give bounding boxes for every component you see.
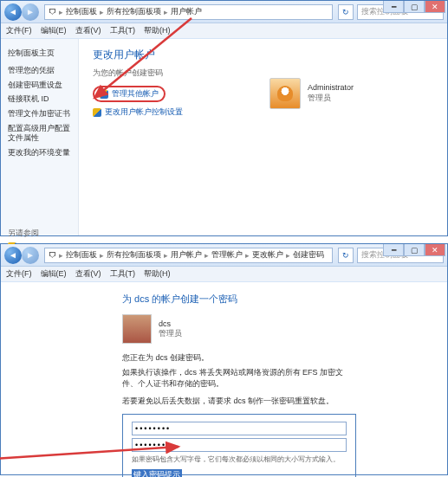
hint-placeholder-selected[interactable]: 键入密码提示 [132, 469, 182, 477]
target-user-tile: dcs 管理员 [122, 314, 447, 344]
chevron-right-icon: ▸ [283, 251, 293, 260]
back-button[interactable]: ◄ [4, 247, 22, 264]
control-panel-icon: ⛉ [49, 251, 56, 260]
menu-help[interactable]: 帮助(H) [144, 268, 171, 280]
see-also-header: 另请参阅 [8, 228, 71, 239]
menu-tools[interactable]: 工具(T) [110, 268, 136, 280]
sidebar-link[interactable]: 管理您的凭据 [8, 66, 71, 76]
breadcrumb-item[interactable]: 所有控制面板项 [107, 6, 161, 17]
note-text: 您正在为 dcs 创建密码。 [122, 352, 447, 364]
sidebar-link[interactable]: 更改我的环境变量 [8, 148, 71, 158]
case-sensitivity-note: 如果密码包含大写字母，它们每次都必须以相同的大小写方式输入。 [132, 454, 347, 464]
minimize-button[interactable]: ━ [383, 1, 404, 13]
chevron-right-icon: ▸ [161, 251, 171, 260]
chevron-right-icon: ▸ [56, 251, 66, 260]
menu-view[interactable]: 查看(V) [75, 268, 101, 280]
page-heading: 为 dcs 的帐户创建一个密码 [122, 293, 447, 306]
window-create-password: ◄ ► ⛉ ▸ 控制面板 ▸ 所有控制面板项 ▸ 用户帐户 ▸ 管理帐户 ▸ 更… [0, 243, 448, 475]
client-area: 为 dcs 的帐户创建一个密码 dcs 管理员 您正在为 dcs 创建密码。 如… [1, 282, 447, 474]
chevron-right-icon: ▸ [56, 8, 66, 16]
main-panel: 更改用户帐户 为您的帐户创建密码 管理其他帐户 更改用户帐户控制设置 Admin… [79, 39, 447, 235]
user-name: dcs [159, 319, 182, 328]
user-role: 管理员 [308, 93, 354, 104]
change-uac-settings-link[interactable]: 更改用户帐户控制设置 [93, 106, 433, 118]
menu-view[interactable]: 查看(V) [75, 25, 101, 36]
page-heading: 更改用户帐户 [93, 48, 433, 62]
menu-tools[interactable]: 工具(T) [110, 25, 136, 36]
user-info: Administrator 管理员 [308, 83, 354, 103]
shield-icon [100, 90, 108, 99]
menu-file[interactable]: 文件(F) [6, 268, 32, 280]
user-name: Administrator [308, 83, 354, 93]
client-area: 控制面板主页 管理您的凭据 创建密码重设盘 链接联机 ID 管理文件加密证书 配… [1, 39, 447, 235]
refresh-button[interactable]: ↻ [338, 4, 354, 20]
password-group: 如果密码包含大写字母，它们每次都必须以相同的大小写方式输入。 键入密码提示 所有… [122, 414, 356, 477]
refresh-button[interactable]: ↻ [338, 248, 354, 263]
menu-help[interactable]: 帮助(H) [144, 25, 171, 36]
main-panel: 为 dcs 的帐户创建一个密码 dcs 管理员 您正在为 dcs 创建密码。 如… [1, 282, 447, 474]
maximize-button[interactable]: ▢ [404, 1, 425, 13]
back-button[interactable]: ◄ [4, 3, 22, 21]
breadcrumb-item[interactable]: 用户帐户 [171, 249, 202, 261]
minimize-button[interactable]: ━ [383, 244, 404, 256]
sidebar-link[interactable]: 创建密码重设盘 [8, 81, 71, 91]
new-password-input[interactable] [132, 422, 347, 435]
chevron-right-icon: ▸ [243, 251, 252, 260]
breadcrumb-item[interactable]: 管理帐户 [211, 249, 243, 261]
chevron-right-icon: ▸ [97, 251, 107, 260]
breadcrumb[interactable]: ⛉ ▸ 控制面板 ▸ 所有控制面板项 ▸ 用户帐户 [44, 4, 333, 20]
sidebar-link[interactable]: 链接联机 ID [8, 94, 71, 105]
menubar: 文件(F) 编辑(E) 查看(V) 工具(T) 帮助(H) [1, 267, 447, 282]
window-controls: ━ ▢ ✕ [383, 1, 445, 13]
chevron-right-icon: ▸ [97, 8, 107, 16]
titlebar: ◄ ► ⛉ ▸ 控制面板 ▸ 所有控制面板项 ▸ 用户帐户 ↻ 搜索控制面板 ━… [1, 1, 447, 23]
window-user-accounts: ◄ ► ⛉ ▸ 控制面板 ▸ 所有控制面板项 ▸ 用户帐户 ↻ 搜索控制面板 ━… [0, 0, 448, 236]
sidebar-link[interactable]: 管理文件加密证书 [8, 109, 71, 119]
close-button[interactable]: ✕ [425, 244, 445, 256]
chevron-right-icon: ▸ [202, 251, 211, 260]
sidebar: 控制面板主页 管理您的凭据 创建密码重设盘 链接联机 ID 管理文件加密证书 配… [1, 39, 79, 235]
menu-edit[interactable]: 编辑(E) [41, 268, 67, 280]
control-panel-icon: ⛉ [49, 8, 56, 16]
breadcrumb-item[interactable]: 更改帐户 [252, 249, 283, 261]
menu-file[interactable]: 文件(F) [6, 25, 32, 36]
forward-button[interactable]: ► [22, 247, 39, 264]
current-user-tile: Administrator 管理员 [269, 78, 354, 109]
titlebar: ◄ ► ⛉ ▸ 控制面板 ▸ 所有控制面板项 ▸ 用户帐户 ▸ 管理帐户 ▸ 更… [1, 244, 447, 267]
manage-other-accounts-link[interactable]: 管理其他帐户 [93, 86, 166, 102]
breadcrumb-item[interactable]: 控制面板 [66, 249, 97, 261]
nav-buttons: ◄ ► [4, 3, 39, 21]
user-role: 管理员 [159, 328, 182, 339]
breadcrumb-item[interactable]: 用户帐户 [171, 6, 202, 17]
confirm-password-input[interactable] [132, 438, 347, 452]
nav-buttons: ◄ ► [4, 247, 39, 264]
user-info: dcs 管理员 [159, 319, 182, 339]
task-label: 更改用户帐户控制设置 [105, 106, 183, 118]
shield-icon [93, 108, 101, 117]
chevron-right-icon: ▸ [161, 8, 171, 16]
maximize-button[interactable]: ▢ [404, 244, 425, 256]
breadcrumb-item[interactable]: 控制面板 [66, 6, 97, 17]
breadcrumb-item[interactable]: 所有控制面板项 [107, 249, 161, 261]
menu-edit[interactable]: 编辑(E) [41, 25, 67, 36]
window-controls: ━ ▢ ✕ [383, 244, 445, 256]
menubar: 文件(F) 编辑(E) 查看(V) 工具(T) 帮助(H) [1, 23, 447, 39]
forward-button[interactable]: ► [22, 3, 39, 21]
close-button[interactable]: ✕ [425, 1, 445, 13]
task-label: 管理其他帐户 [112, 88, 159, 100]
user-avatar-icon [122, 314, 152, 344]
control-panel-home-link[interactable]: 控制面板主页 [8, 48, 71, 59]
warning-text: 如果执行该操作，dcs 将丢失网站或网络资源的所有 EFS 加密文件、个人证书和… [122, 367, 347, 389]
subheading-link[interactable]: 为您的帐户创建密码 [93, 68, 433, 79]
sidebar-link[interactable]: 配置高级用户配置文件属性 [8, 124, 71, 144]
advice-text: 若要避免以后丢失数据，请要求 dcs 制作一张密码重置软盘。 [122, 396, 347, 407]
breadcrumb[interactable]: ⛉ ▸ 控制面板 ▸ 所有控制面板项 ▸ 用户帐户 ▸ 管理帐户 ▸ 更改帐户 … [44, 248, 333, 263]
user-avatar-icon [269, 78, 301, 109]
breadcrumb-item[interactable]: 创建密码 [293, 249, 324, 261]
